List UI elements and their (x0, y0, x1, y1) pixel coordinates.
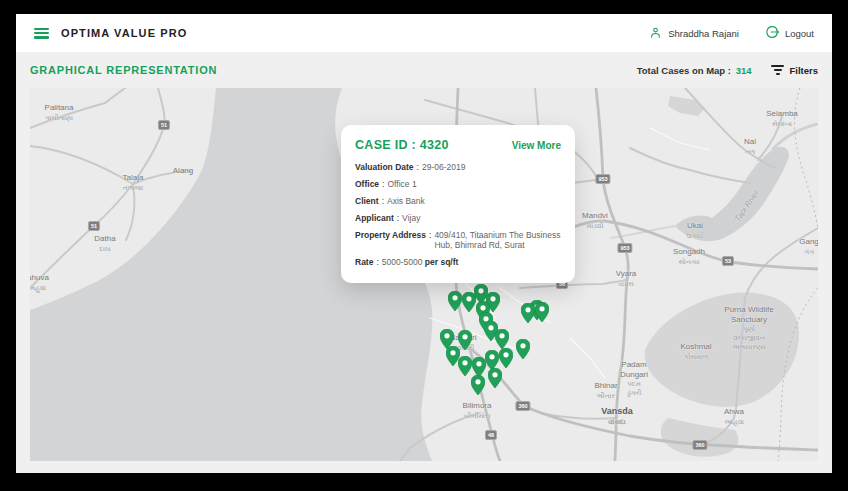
map-label-padam: PadamDungariપદમડુંગરી (620, 360, 648, 397)
case-map-pin[interactable] (488, 368, 502, 392)
logout-label: Logout (785, 28, 814, 39)
page-title: GRAPHICAL REPRESENTATION (30, 64, 217, 76)
total-cases: Total Cases on Map : 314 (637, 65, 752, 76)
case-map-pin[interactable] (535, 302, 549, 326)
app-window: OPTIMA VALUE PRO Shraddha Rajani Logout … (16, 14, 832, 473)
case-map-pin[interactable] (458, 330, 472, 354)
road-badge-360: 360 (692, 440, 707, 450)
map-label-talaja: Talajaતળાજા (123, 173, 144, 192)
map-label-gang: Gangગંગ (799, 237, 818, 256)
case-map-pin[interactable] (521, 303, 535, 327)
road-badge-953: 953 (595, 174, 610, 184)
map-label-bilimora: Bilimoraબીલીમોરા (463, 401, 492, 420)
forest-north (668, 96, 705, 116)
toolbar: GRAPHICAL REPRESENTATION Total Cases on … (16, 52, 832, 88)
logout-icon (765, 25, 779, 41)
case-field-office: Office:Office 1 (355, 180, 561, 190)
user-icon (649, 26, 662, 41)
map-label-mandvi: Mandviમાંડવી (582, 211, 608, 230)
logout-button[interactable]: Logout (765, 25, 814, 41)
case-map-pin[interactable] (462, 292, 476, 316)
map-canvas[interactable]: CASE ID : 4320 View More Valuation Date:… (30, 88, 818, 461)
map-label-vansda: Vansdaવાંસદા (601, 407, 633, 426)
case-field-property-address: Property Address:409/410, Titaanium The … (355, 231, 561, 250)
case-field-valuation-date: Valuation Date:29-06-2019 (355, 163, 561, 173)
road-badge-48: 48 (485, 430, 497, 440)
map-label-datha: Dathaદાઠા (94, 234, 115, 253)
menu-hamburger-icon[interactable] (34, 28, 49, 39)
user-name: Shraddha Rajani (668, 28, 739, 39)
map-label-bhinar: Bhinarભીનાર (594, 381, 617, 400)
case-info-card: CASE ID : 4320 View More Valuation Date:… (341, 125, 575, 283)
case-field-applicant: Applicant:Vijay (355, 214, 561, 224)
brand-title: OPTIMA VALUE PRO (61, 27, 187, 39)
map-label-ahuva: ahuvaમહુવા (30, 273, 49, 292)
map-label-ukai: Ukaiઉકાઈ (686, 221, 703, 240)
total-cases-value: 314 (736, 65, 752, 76)
road-badge-51: 51 (158, 120, 170, 130)
map-label-selamba: Selambaસેલાંબા (766, 109, 798, 128)
map-label-palitana: Palitanaપાલીતાણા (45, 103, 74, 122)
road-badge-51: 51 (88, 221, 100, 231)
road-badge-953: 953 (617, 243, 632, 253)
filter-icon (771, 65, 784, 74)
map-label-songadh: Songadhસોનગઢ (673, 247, 705, 266)
case-field-rate: Rate:5000-5000 per sq/ft (355, 258, 561, 268)
view-more-link[interactable]: View More (512, 140, 561, 151)
road-badge-360: 360 (515, 401, 530, 411)
map-label-vyara: Vyaraવ્યારા (616, 269, 637, 288)
map-label-koshmal: Koshmalકોસમાળ (680, 342, 711, 361)
app-header: OPTIMA VALUE PRO Shraddha Rajani Logout (16, 14, 832, 52)
road-badge-53: 53 (722, 256, 734, 266)
map-label-alang: Alang (173, 166, 193, 176)
forest-purna (645, 293, 799, 407)
map-label-ahwa: Ahwaઆહવા (724, 407, 744, 426)
user-profile[interactable]: Shraddha Rajani (649, 26, 739, 41)
case-map-pin[interactable] (458, 356, 472, 380)
filters-label: Filters (789, 65, 818, 76)
map-label-purna-wildlife: Purna WildlifeSanctuaryપૂર્ણાવન્યજીવનઅભય… (724, 305, 773, 351)
case-field-client: Client:Axis Bank (355, 197, 561, 207)
case-id-title: CASE ID : 4320 (355, 138, 449, 152)
filters-button[interactable]: Filters (771, 65, 818, 76)
case-fields: Valuation Date:29-06-2019Office:Office 1… (355, 163, 561, 267)
case-map-pin[interactable] (516, 339, 530, 363)
case-map-pin[interactable] (448, 291, 462, 315)
case-map-pin[interactable] (471, 375, 485, 399)
map-label-nal: Nalનળ (744, 137, 756, 156)
boundary-lines (778, 88, 818, 461)
